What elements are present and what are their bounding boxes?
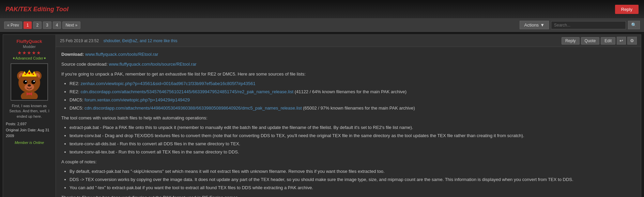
thanks-text: Thanks to Ekey who has done work figurin… [61,194,635,197]
download-line: Download: www.fluffyquack.com/tools/REto… [61,51,635,58]
user-role: Modder [23,45,35,49]
svg-rect-7 [22,75,36,77]
list-item: DMC5: forum.xentax.com/viewtopic.php?p=1… [70,97,635,104]
list-item: texture-conv-all-dds.bat - Run this to c… [70,141,635,148]
dmc5-link-1[interactable]: forum.xentax.com/viewtopic.php?p=149429#… [85,97,190,102]
search-icon: 🔍 [631,22,637,28]
list-item: texture-conv-all-tex.bat - Run this to c… [70,149,635,156]
next-page-button[interactable]: Next » [62,21,80,29]
user-stars: ★★★★★ [17,50,41,55]
svg-point-11 [23,80,27,84]
re2-extra-2: (41122 / 64% known filenames for the mai… [295,89,407,94]
quote-button[interactable]: Quote [581,37,600,45]
list-item: DMC5: cdn.discordapp.com/attachments/449… [70,105,635,112]
post-date: 25 Feb 2019 at 23:52 shdoutier, Ðel@aZ, … [60,38,177,43]
search-input[interactable] [551,21,626,29]
user-posts: Posts: 2,697 [6,121,53,127]
post-content-area: 25 Feb 2019 at 23:52 shdoutier, Ðel@aZ, … [56,35,641,197]
svg-point-12 [31,80,35,84]
user-stats: Posts: 2,697 Original Join Date: Aug 31 … [6,121,53,139]
undo-button[interactable]: ↩ [617,37,626,45]
banner-reply-button[interactable]: Reply [615,5,639,14]
likers-link[interactable]: shdoutier, Ðel@aZ, and 12 more like this [103,38,177,43]
re2-link-2[interactable]: cdn.discordapp.com/attachments/534576467… [81,89,293,94]
batch-intro: The tool comes with various batch files … [61,115,635,122]
svg-point-9 [25,73,26,75]
reply-button[interactable]: Reply [562,37,580,45]
avatar [11,63,48,101]
settings-button[interactable]: ⚙ [627,37,637,45]
list-item: RE2: cdn.discordapp.com/attachments/5345… [70,88,635,96]
re2-label-1: RE2: [70,81,81,86]
download-link[interactable]: www.fluffyquack.com/tools/REtool.rar [85,52,158,57]
user-badge: ✦Advanced Coder✦ [12,56,46,61]
user-description: First, I was known as Sectus. And then, … [6,103,53,119]
page-1-button[interactable]: 1 [24,21,32,29]
svg-point-20 [28,93,30,95]
re2-link-1[interactable]: zenhax.com/viewtopic.php?p=43561&sid=001… [81,81,256,86]
search-button[interactable]: 🔍 [628,21,640,29]
page-2-button[interactable]: 2 [33,21,42,29]
list-item: RE2: zenhax.com/viewtopic.php?p=43561&si… [70,80,635,87]
banner: PAK/TEX Editing Tool Reply [0,0,644,19]
svg-point-13 [25,81,27,82]
online-status: Member is Online [15,141,44,145]
notes-title: A couple of notes: [61,159,635,166]
svg-point-16 [28,84,31,87]
date-value: 25 Feb 2019 at 23:52 [60,38,99,43]
user-sidebar: FluffyQuack Modder ★★★★★ ✦Advanced Coder… [3,35,56,197]
forum-title[interactable]: PAK/TEX Editing Tool [5,6,68,13]
page-3-button[interactable]: 3 [43,21,51,29]
post-actions: Reply Quote Edit ↩ ⚙ [562,37,637,45]
username: FluffyQuack [16,39,42,44]
dmc5-label-2: DMC5: [70,105,85,111]
svg-point-8 [28,72,30,74]
pagination-right: Actions ▼ 🔍 [520,21,640,29]
svg-point-10 [33,73,34,75]
post-likes: shdoutier, Ðel@aZ, and 12 more like this [103,38,177,43]
user-join: Original Join Date: Aug 31 2009 [6,127,53,139]
edit-button[interactable]: Edit [601,37,615,45]
page-4-button[interactable]: 4 [53,21,61,29]
list-item: You can add "-tex" to extract-pak.bat if… [70,184,635,192]
list-item: By default, extract-pak.bat has "-skipUn… [70,168,635,175]
source-link[interactable]: www.fluffyquack.com/tools/source/REtool.… [109,62,197,67]
post-body: Download: www.fluffyquack.com/tools/REto… [56,47,641,197]
source-label: Source code download: [61,62,108,67]
actions-button[interactable]: Actions ▼ [520,21,549,29]
list-item: DDS -> TEX conversion works by copying o… [70,176,635,183]
pak-intro: If you're going to unpack a PAK, remembe… [61,71,635,78]
actions-label: Actions [524,22,539,28]
notes-list: By default, extract-pak.bat has "-skipUn… [70,168,635,191]
re2-label-2: RE2: [70,89,81,94]
chevron-down-icon: ▼ [540,22,545,28]
download-label: Download: [61,52,84,57]
dmc5-label-1: DMC5: [70,97,85,102]
post-container: FluffyQuack Modder ★★★★★ ✦Advanced Coder… [3,34,641,197]
dmc5-extra-2: (65002 / 97% known filenames for the mai… [303,105,415,111]
list-item: texture-conv.bat - Drag and drop TEX/DDS… [70,132,635,139]
post-header: 25 Feb 2019 at 23:52 shdoutier, Ðel@aZ, … [56,35,641,47]
svg-point-14 [33,81,35,82]
prev-page-button[interactable]: « Prev [4,21,22,29]
dmc5-link-2[interactable]: cdn.discordapp.com/attachments/449840053… [85,105,302,111]
source-line: Source code download: www.fluffyquack.co… [61,61,635,68]
pagination-bar: « Prev 1 2 3 4 Next » Actions ▼ 🔍 [0,19,644,32]
list-item: extract-pak.bat - Place a PAK file onto … [70,124,635,131]
batch-list: extract-pak.bat - Place a PAK file onto … [70,124,635,155]
file-list: RE2: zenhax.com/viewtopic.php?p=43561&si… [70,80,635,112]
pagination-left: « Prev 1 2 3 4 Next » [4,21,80,29]
